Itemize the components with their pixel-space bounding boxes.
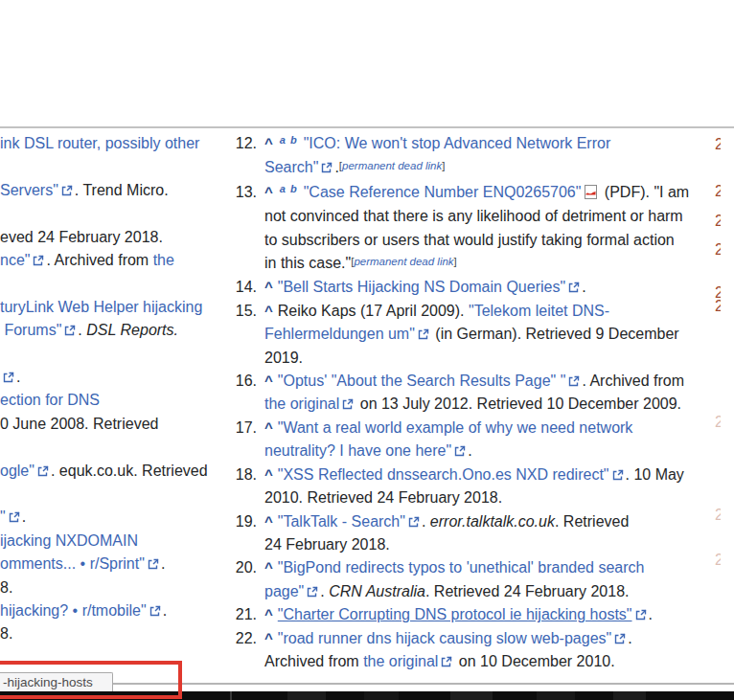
reference-link[interactable]: ijacking NXDOMAIN xyxy=(0,532,138,549)
backlink-letters[interactable]: a b xyxy=(280,134,298,146)
backlink-caret[interactable]: ^ xyxy=(264,419,273,436)
external-link-icon[interactable] xyxy=(61,185,73,196)
taskbar-icon-sliver xyxy=(537,691,575,700)
reference-link[interactable]: "Bell Starts Hijacking NS Domain Queries… xyxy=(278,279,565,295)
reference-text: in this case." xyxy=(264,255,351,271)
external-link-icon[interactable] xyxy=(149,605,161,617)
reference-number: 19. xyxy=(234,510,257,533)
reference-link[interactable]: Search" xyxy=(264,159,318,175)
reference-link[interactable]: Forums" xyxy=(0,322,61,338)
reference-link[interactable]: the xyxy=(153,252,174,268)
reference-link[interactable]: turyLink Web Helper hijacking xyxy=(0,299,202,315)
reference-item: 13.^a b"Case Reference Number ENQ0265706… xyxy=(234,181,732,277)
reference-text: . xyxy=(22,508,26,525)
external-link-icon[interactable] xyxy=(568,282,580,293)
reference-line-fragment: 8. xyxy=(0,622,12,645)
dead-link-label[interactable]: permanent dead link xyxy=(342,160,442,171)
reference-line-fragment: 0 June 2008. Retrieved xyxy=(0,413,158,436)
reference-link[interactable]: "BigPond redirects typos to 'unethical' … xyxy=(278,559,645,576)
reference-text: . equk.co.uk. Retrieved xyxy=(51,463,208,479)
reference-link[interactable]: the original xyxy=(264,395,339,412)
external-link-icon[interactable] xyxy=(3,372,14,383)
dead-link-label[interactable]: permanent dead link xyxy=(354,256,453,267)
reference-link[interactable]: the original xyxy=(363,653,438,669)
reference-link[interactable]: page" xyxy=(264,583,304,599)
reference-link[interactable]: Servers" xyxy=(0,182,58,198)
reference-item: 19.^"TalkTalk - Search". error.talktalk.… xyxy=(234,510,732,557)
backlink-caret[interactable]: ^ xyxy=(264,466,273,483)
clipped-reference-number-fragment: 2 xyxy=(715,507,721,524)
reference-link[interactable]: nce" xyxy=(0,252,30,268)
browser-viewport: ink DSL router, possibly otherServers". … xyxy=(0,0,734,700)
clipped-reference-number-fragment: 2 xyxy=(715,414,721,431)
reference-link[interactable]: " xyxy=(0,508,6,525)
clipped-reference-number-fragment: 2 xyxy=(715,183,721,200)
reference-link[interactable]: hijacking? • r/tmobile" xyxy=(0,602,147,619)
external-link-icon[interactable] xyxy=(9,511,20,523)
backlink-caret[interactable]: ^ xyxy=(264,184,273,200)
backlink-letters[interactable]: a b xyxy=(280,183,298,194)
reference-line-fragment: ". xyxy=(0,506,26,529)
external-link-icon[interactable] xyxy=(408,516,420,528)
reference-text: . xyxy=(161,555,165,572)
external-link-icon[interactable] xyxy=(635,609,647,621)
reference-number: 20. xyxy=(234,556,257,579)
external-link-icon[interactable] xyxy=(614,633,626,644)
backlink-caret[interactable]: ^ xyxy=(264,606,273,622)
bracket: ] xyxy=(442,160,445,171)
external-link-icon[interactable] xyxy=(568,375,580,387)
external-link-icon[interactable] xyxy=(418,328,429,340)
permanent-dead-link-note[interactable]: [permanent dead link] xyxy=(351,256,457,267)
backlink-caret[interactable]: ^ xyxy=(264,513,273,530)
backlink-caret[interactable]: ^ xyxy=(264,630,273,646)
reference-link[interactable]: ection for DNS xyxy=(0,392,100,408)
reference-text: . xyxy=(649,606,653,622)
external-link-icon[interactable] xyxy=(342,398,354,410)
external-link-icon[interactable] xyxy=(148,558,159,570)
backlink-caret[interactable]: ^ xyxy=(264,303,273,319)
reference-item: 15.^Reiko Kaps (17 April 2009). "Telekom… xyxy=(234,300,732,370)
external-link-icon[interactable] xyxy=(612,469,624,481)
permanent-dead-link-note[interactable]: [permanent dead link] xyxy=(339,160,446,171)
reference-text: . Trend Micro. xyxy=(75,182,169,198)
reference-link[interactable]: "Optus' "About the Search Results Page" … xyxy=(278,373,566,389)
reference-link[interactable]: Fehlermeldungen um" xyxy=(264,326,415,342)
external-link-icon[interactable] xyxy=(33,255,44,266)
external-link-icon[interactable] xyxy=(321,162,333,173)
external-link-icon[interactable] xyxy=(307,586,318,598)
cited-work-name: CRN Australia xyxy=(329,583,425,599)
reference-link-hovered[interactable]: "Charter Corrupting DNS protocol ie hija… xyxy=(278,606,632,622)
reference-link[interactable]: "Telekom leitet DNS- xyxy=(469,303,609,319)
taskbar-icon-sliver xyxy=(364,691,399,700)
backlink-caret[interactable]: ^ xyxy=(264,279,273,295)
backlink-caret[interactable]: ^ xyxy=(264,135,273,151)
reference-link[interactable]: neutrality? I have one here" xyxy=(264,442,451,459)
reference-line-fragment: ijacking NXDOMAIN xyxy=(0,530,138,553)
reference-link[interactable]: ogle" xyxy=(0,463,34,479)
external-link-icon[interactable] xyxy=(37,465,49,477)
external-link-icon[interactable] xyxy=(441,656,452,667)
reference-link[interactable]: omments... • r/Sprint" xyxy=(0,555,145,572)
reference-text: . xyxy=(468,442,471,459)
backlink-caret[interactable]: ^ xyxy=(264,559,273,576)
reference-link[interactable]: "road runner dns hijack causing slow web… xyxy=(278,630,611,646)
reference-item: 14.^"Bell Starts Hijacking NS Domain Que… xyxy=(234,276,732,299)
reference-text: (in German). Retrieved 9 December xyxy=(431,326,679,342)
reference-link[interactable]: "XSS Reflected dnssearch.Ono.es NXD redi… xyxy=(278,466,609,483)
pdf-file-icon[interactable] xyxy=(585,185,597,199)
cited-work-name: error.talktalk.co.uk xyxy=(430,513,555,530)
reference-number: 22. xyxy=(234,627,257,650)
external-link-icon[interactable] xyxy=(64,325,76,336)
external-link-icon[interactable] xyxy=(454,445,466,457)
reference-link[interactable]: "TalkTalk - Search" xyxy=(278,513,405,530)
annotation-highlight-box xyxy=(0,661,182,699)
reference-line-fragment: ink DSL router, possibly other xyxy=(0,132,199,155)
reference-link[interactable]: "Case Reference Number ENQ0265706" xyxy=(304,184,582,200)
reference-text: . 10 May xyxy=(626,466,684,483)
backlink-caret[interactable]: ^ xyxy=(264,373,273,389)
reference-link[interactable]: "ICO: We won't stop Advanced Network Err… xyxy=(304,135,611,151)
taskbar-icon-sliver xyxy=(450,691,493,700)
reference-link[interactable]: "Want a real world example of why we nee… xyxy=(278,419,633,436)
reference-link[interactable]: ink DSL router, possibly other xyxy=(0,135,199,151)
clipped-reference-number-fragment: 2 xyxy=(715,213,721,230)
